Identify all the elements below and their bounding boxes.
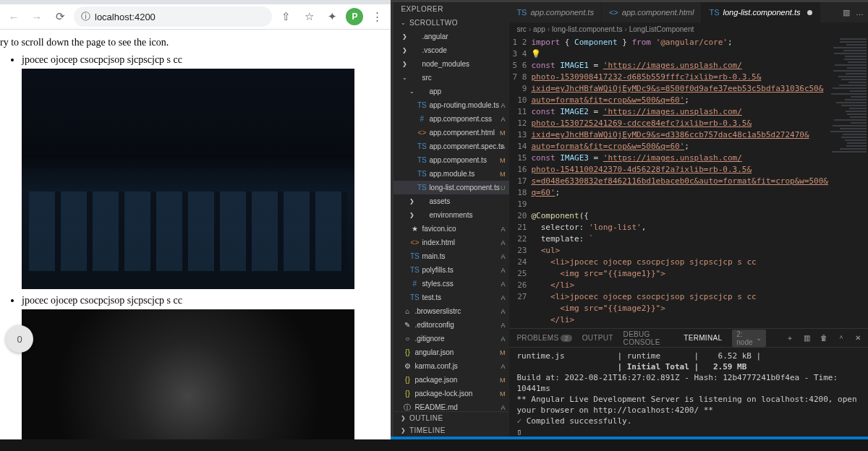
tree-label: assets bbox=[429, 197, 450, 205]
editor-tab[interactable]: TSapp.component.ts bbox=[509, 2, 602, 22]
editor-tab[interactable]: <>app.component.html bbox=[602, 2, 702, 22]
terminal-line: ▯ bbox=[516, 426, 861, 437]
tree-row[interactable]: ❯environments bbox=[393, 208, 509, 222]
git-status: A bbox=[501, 226, 505, 233]
tree-row[interactable]: ❯assets bbox=[393, 194, 509, 208]
tab-problems[interactable]: PROBLEMS2 bbox=[516, 334, 571, 342]
terminal-line: | Initial Total | 2.59 MB bbox=[516, 361, 861, 372]
tab-debug[interactable]: DEBUG CONSOLE bbox=[624, 330, 674, 346]
tab-label: app.component.ts bbox=[530, 8, 593, 17]
tree-row[interactable]: TSapp.component.spec.tsA bbox=[393, 139, 509, 153]
site-info-icon[interactable]: ⓘ bbox=[81, 10, 90, 23]
terminal[interactable]: runtime.js | runtime | 6.52 kB | | Initi… bbox=[509, 348, 868, 437]
breadcrumb-item[interactable]: app bbox=[533, 25, 545, 33]
share-button[interactable]: ⇧ bbox=[276, 7, 295, 26]
url-port: 4200 bbox=[135, 12, 156, 22]
tab-action-icon[interactable]: ▥ bbox=[843, 8, 850, 17]
bookmark-button[interactable]: ☆ bbox=[299, 7, 318, 26]
tree-row[interactable]: ⚙karma.conf.jsA bbox=[393, 359, 509, 373]
tree-label: app.component.spec.ts bbox=[429, 142, 503, 150]
tree-row[interactable]: ⌂.browserslistrcA bbox=[393, 304, 509, 318]
file-icon: ○ bbox=[402, 335, 412, 343]
tree-row[interactable]: ❯.angular bbox=[393, 30, 509, 43]
tree-row[interactable]: TSlong-list.component.tsU bbox=[393, 181, 509, 194]
sidebar-root[interactable]: ⌄SCROLLTWO bbox=[393, 16, 509, 30]
address-bar[interactable]: ⓘ localhost:4200 bbox=[74, 7, 272, 27]
profile-avatar[interactable]: P bbox=[346, 8, 363, 25]
git-status: A bbox=[501, 143, 505, 150]
editor-tabs[interactable]: TSapp.component.ts<>app.component.htmlTS… bbox=[509, 2, 868, 22]
tree-row[interactable]: {}package.jsonM bbox=[393, 373, 509, 387]
tree-row[interactable]: {}package-lock.jsonM bbox=[393, 387, 509, 400]
minimap[interactable] bbox=[828, 35, 868, 328]
kill-terminal-icon[interactable]: 🗑 bbox=[820, 334, 827, 342]
file-tree[interactable]: ❯.angular❯.vscode❯node_modules⌄src⌄appTS… bbox=[393, 30, 509, 411]
tree-row[interactable]: {}angular.jsonM bbox=[393, 345, 509, 359]
list-item-image bbox=[22, 309, 354, 451]
tree-row[interactable]: TStest.tsA bbox=[393, 291, 509, 304]
line-gutter: 1 2 3 4 5 6 7 8 9 10 11 12 13 14 15 16 1… bbox=[509, 35, 531, 328]
tree-row[interactable]: ❯node_modules bbox=[393, 57, 509, 71]
tree-row[interactable]: TSpolyfills.tsA bbox=[393, 263, 509, 277]
breadcrumbs[interactable]: src›app›long-list.component.ts›LongListC… bbox=[509, 22, 868, 35]
tree-row[interactable]: ⌄src bbox=[393, 71, 509, 85]
tree-row[interactable]: ⓘREADME.mdA bbox=[393, 400, 509, 411]
code-editor[interactable]: import { Component } from '@angular/core… bbox=[531, 35, 828, 328]
tree-label: .gitignore bbox=[414, 335, 444, 343]
tree-row[interactable]: ✎.editorconfigA bbox=[393, 318, 509, 332]
tree-row[interactable]: TSapp-routing.module.tsA bbox=[393, 98, 509, 112]
scroll-fab[interactable]: 0 bbox=[6, 325, 33, 353]
tree-row[interactable]: TSmain.tsA bbox=[393, 249, 509, 263]
git-status: M bbox=[500, 349, 506, 356]
file-icon: TS bbox=[417, 170, 427, 178]
git-status: A bbox=[501, 322, 505, 329]
back-button[interactable]: ← bbox=[4, 7, 23, 26]
new-terminal-icon[interactable]: ＋ bbox=[786, 333, 793, 343]
git-status: A bbox=[501, 294, 505, 301]
tree-row[interactable]: ○.gitignoreA bbox=[393, 332, 509, 345]
tab-output[interactable]: OUTPUT bbox=[582, 334, 613, 342]
tree-row[interactable]: #app.component.cssA bbox=[393, 112, 509, 126]
tab-terminal[interactable]: TERMINAL bbox=[684, 334, 722, 342]
tree-row[interactable]: TSapp.component.tsM bbox=[393, 153, 509, 167]
outline-section[interactable]: ❯OUTLINE bbox=[393, 412, 509, 424]
tree-label: node_modules bbox=[422, 60, 469, 68]
tree-row[interactable]: <>app.component.htmlM bbox=[393, 126, 509, 139]
reload-button[interactable]: ⟳ bbox=[51, 7, 69, 26]
editor-tab[interactable]: TSlong-list.component.ts bbox=[702, 2, 820, 22]
tree-row[interactable]: TSapp.module.tsM bbox=[393, 167, 509, 181]
terminal-line: ** Angular Live Development Server is li… bbox=[516, 394, 861, 416]
forward-button[interactable]: → bbox=[27, 7, 46, 26]
tree-label: src bbox=[422, 74, 431, 82]
panel-tabs: PROBLEMS2 OUTPUT DEBUG CONSOLE TERMINAL … bbox=[509, 329, 868, 348]
tree-row[interactable]: ⌄app bbox=[393, 85, 509, 98]
terminal-picker[interactable]: 2: node ⌄ bbox=[732, 330, 766, 347]
tree-label: app-routing.module.ts bbox=[429, 101, 499, 109]
breadcrumb-sep-icon: › bbox=[529, 25, 531, 33]
breadcrumb-item[interactable]: LongListComponent bbox=[629, 25, 694, 33]
tree-label: app.component.html bbox=[429, 129, 495, 137]
timeline-section[interactable]: ❯TIMELINE bbox=[393, 424, 509, 437]
tree-row[interactable]: #styles.cssA bbox=[393, 277, 509, 291]
close-panel-icon[interactable]: ✕ bbox=[855, 334, 861, 342]
git-status: A bbox=[501, 308, 505, 315]
tree-row[interactable]: ★favicon.icoA bbox=[393, 222, 509, 236]
breadcrumb-item[interactable]: src bbox=[516, 25, 526, 33]
maximize-panel-icon[interactable]: ＾ bbox=[838, 333, 845, 343]
file-icon: TS bbox=[417, 142, 427, 150]
web-page[interactable]: ry to scroll down the page to see the ic… bbox=[0, 30, 391, 451]
chrome-menu-button[interactable]: ⋮ bbox=[367, 7, 386, 26]
tab-action-icon[interactable]: … bbox=[856, 8, 864, 17]
extensions-button[interactable]: ✦ bbox=[323, 7, 341, 26]
split-terminal-icon[interactable]: ▥ bbox=[804, 334, 810, 342]
tree-row[interactable]: <>index.htmlA bbox=[393, 236, 509, 249]
git-status: U bbox=[501, 184, 506, 192]
git-status: A bbox=[501, 116, 505, 123]
windows-taskbar[interactable] bbox=[0, 439, 868, 451]
tree-row[interactable]: ❯.vscode bbox=[393, 43, 509, 57]
tree-label: .vscode bbox=[422, 46, 446, 54]
tree-label: polyfills.ts bbox=[422, 266, 453, 274]
breadcrumb-item[interactable]: long-list.component.ts bbox=[552, 25, 622, 33]
file-icon: ★ bbox=[409, 225, 420, 233]
git-status: M bbox=[500, 390, 506, 398]
